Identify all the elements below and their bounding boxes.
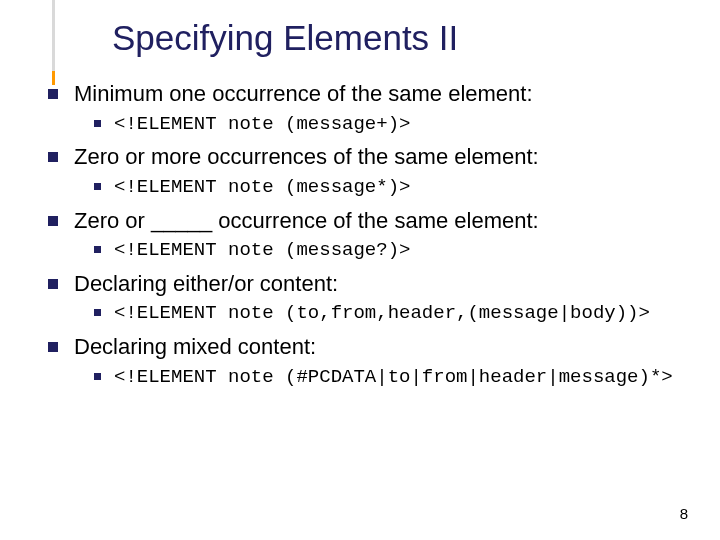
sub-list: <!ELEMENT note (message?)> bbox=[74, 239, 692, 263]
code-line: <!ELEMENT note (#PCDATA|to|from|header|m… bbox=[74, 366, 692, 390]
sub-list: <!ELEMENT note (message+)> bbox=[74, 113, 692, 137]
list-item-text: Declaring either/or content: bbox=[74, 271, 338, 296]
code-line: <!ELEMENT note (message+)> bbox=[74, 113, 692, 137]
page-number: 8 bbox=[680, 505, 688, 522]
list-item-text: Declaring mixed content: bbox=[74, 334, 316, 359]
slide: Specifying Elements II Minimum one occur… bbox=[0, 0, 720, 540]
sub-list: <!ELEMENT note (#PCDATA|to|from|header|m… bbox=[74, 366, 692, 390]
slide-title: Specifying Elements II bbox=[112, 18, 692, 58]
code-line: <!ELEMENT note (message?)> bbox=[74, 239, 692, 263]
code-line: <!ELEMENT note (message*)> bbox=[74, 176, 692, 200]
list-item-text: Zero or more occurrences of the same ele… bbox=[74, 144, 539, 169]
sub-list: <!ELEMENT note (to,from,header,(message|… bbox=[74, 302, 692, 326]
list-item-text: Minimum one occurrence of the same eleme… bbox=[74, 81, 533, 106]
accent-bar bbox=[52, 0, 55, 71]
list-item: Declaring either/or content: <!ELEMENT n… bbox=[42, 270, 692, 326]
list-item: Declaring mixed content: <!ELEMENT note … bbox=[42, 333, 692, 389]
bullet-list: Minimum one occurrence of the same eleme… bbox=[42, 80, 692, 389]
list-item: Zero or more occurrences of the same ele… bbox=[42, 143, 692, 199]
code-line: <!ELEMENT note (to,from,header,(message|… bbox=[74, 302, 692, 326]
list-item: Minimum one occurrence of the same eleme… bbox=[42, 80, 692, 136]
list-item: Zero or _____ occurrence of the same ele… bbox=[42, 207, 692, 263]
sub-list: <!ELEMENT note (message*)> bbox=[74, 176, 692, 200]
list-item-text: Zero or _____ occurrence of the same ele… bbox=[74, 208, 539, 233]
